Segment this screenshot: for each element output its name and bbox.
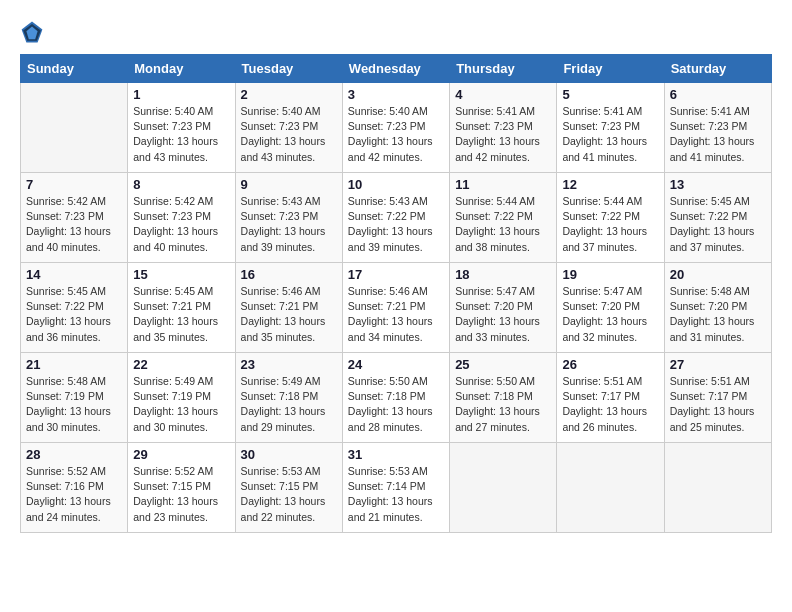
- calendar-cell: 9Sunrise: 5:43 AM Sunset: 7:23 PM Daylig…: [235, 173, 342, 263]
- calendar-week-5: 28Sunrise: 5:52 AM Sunset: 7:16 PM Dayli…: [21, 443, 772, 533]
- calendar-cell: 5Sunrise: 5:41 AM Sunset: 7:23 PM Daylig…: [557, 83, 664, 173]
- day-info: Sunrise: 5:51 AM Sunset: 7:17 PM Dayligh…: [562, 374, 658, 435]
- logo-icon: [20, 20, 44, 44]
- day-number: 7: [26, 177, 122, 192]
- day-number: 6: [670, 87, 766, 102]
- day-number: 20: [670, 267, 766, 282]
- day-number: 9: [241, 177, 337, 192]
- day-number: 8: [133, 177, 229, 192]
- calendar-cell: 18Sunrise: 5:47 AM Sunset: 7:20 PM Dayli…: [450, 263, 557, 353]
- calendar-cell: [557, 443, 664, 533]
- calendar-cell: 22Sunrise: 5:49 AM Sunset: 7:19 PM Dayli…: [128, 353, 235, 443]
- day-info: Sunrise: 5:53 AM Sunset: 7:15 PM Dayligh…: [241, 464, 337, 525]
- day-number: 12: [562, 177, 658, 192]
- calendar-cell: 23Sunrise: 5:49 AM Sunset: 7:18 PM Dayli…: [235, 353, 342, 443]
- day-info: Sunrise: 5:51 AM Sunset: 7:17 PM Dayligh…: [670, 374, 766, 435]
- calendar-cell: 28Sunrise: 5:52 AM Sunset: 7:16 PM Dayli…: [21, 443, 128, 533]
- day-number: 14: [26, 267, 122, 282]
- day-number: 25: [455, 357, 551, 372]
- day-info: Sunrise: 5:46 AM Sunset: 7:21 PM Dayligh…: [241, 284, 337, 345]
- day-number: 29: [133, 447, 229, 462]
- day-number: 26: [562, 357, 658, 372]
- day-number: 28: [26, 447, 122, 462]
- day-number: 5: [562, 87, 658, 102]
- calendar-cell: 24Sunrise: 5:50 AM Sunset: 7:18 PM Dayli…: [342, 353, 449, 443]
- logo: [20, 20, 48, 44]
- calendar-cell: [450, 443, 557, 533]
- day-info: Sunrise: 5:42 AM Sunset: 7:23 PM Dayligh…: [26, 194, 122, 255]
- calendar-cell: 12Sunrise: 5:44 AM Sunset: 7:22 PM Dayli…: [557, 173, 664, 263]
- calendar-cell: 15Sunrise: 5:45 AM Sunset: 7:21 PM Dayli…: [128, 263, 235, 353]
- day-info: Sunrise: 5:42 AM Sunset: 7:23 PM Dayligh…: [133, 194, 229, 255]
- day-info: Sunrise: 5:41 AM Sunset: 7:23 PM Dayligh…: [455, 104, 551, 165]
- day-info: Sunrise: 5:43 AM Sunset: 7:23 PM Dayligh…: [241, 194, 337, 255]
- calendar-cell: 19Sunrise: 5:47 AM Sunset: 7:20 PM Dayli…: [557, 263, 664, 353]
- day-info: Sunrise: 5:53 AM Sunset: 7:14 PM Dayligh…: [348, 464, 444, 525]
- day-number: 16: [241, 267, 337, 282]
- calendar-cell: 21Sunrise: 5:48 AM Sunset: 7:19 PM Dayli…: [21, 353, 128, 443]
- day-number: 24: [348, 357, 444, 372]
- day-number: 10: [348, 177, 444, 192]
- weekday-header-thursday: Thursday: [450, 55, 557, 83]
- calendar-cell: 8Sunrise: 5:42 AM Sunset: 7:23 PM Daylig…: [128, 173, 235, 263]
- day-info: Sunrise: 5:52 AM Sunset: 7:15 PM Dayligh…: [133, 464, 229, 525]
- weekday-header-wednesday: Wednesday: [342, 55, 449, 83]
- day-info: Sunrise: 5:43 AM Sunset: 7:22 PM Dayligh…: [348, 194, 444, 255]
- day-info: Sunrise: 5:50 AM Sunset: 7:18 PM Dayligh…: [455, 374, 551, 435]
- day-info: Sunrise: 5:46 AM Sunset: 7:21 PM Dayligh…: [348, 284, 444, 345]
- day-info: Sunrise: 5:40 AM Sunset: 7:23 PM Dayligh…: [348, 104, 444, 165]
- day-number: 3: [348, 87, 444, 102]
- calendar-cell: 25Sunrise: 5:50 AM Sunset: 7:18 PM Dayli…: [450, 353, 557, 443]
- day-info: Sunrise: 5:45 AM Sunset: 7:21 PM Dayligh…: [133, 284, 229, 345]
- weekday-header-saturday: Saturday: [664, 55, 771, 83]
- day-number: 21: [26, 357, 122, 372]
- calendar-week-1: 1Sunrise: 5:40 AM Sunset: 7:23 PM Daylig…: [21, 83, 772, 173]
- day-info: Sunrise: 5:44 AM Sunset: 7:22 PM Dayligh…: [455, 194, 551, 255]
- day-number: 4: [455, 87, 551, 102]
- page-header: [20, 20, 772, 44]
- day-number: 27: [670, 357, 766, 372]
- day-info: Sunrise: 5:49 AM Sunset: 7:18 PM Dayligh…: [241, 374, 337, 435]
- day-info: Sunrise: 5:45 AM Sunset: 7:22 PM Dayligh…: [670, 194, 766, 255]
- calendar-cell: 20Sunrise: 5:48 AM Sunset: 7:20 PM Dayli…: [664, 263, 771, 353]
- day-number: 1: [133, 87, 229, 102]
- day-info: Sunrise: 5:52 AM Sunset: 7:16 PM Dayligh…: [26, 464, 122, 525]
- day-info: Sunrise: 5:50 AM Sunset: 7:18 PM Dayligh…: [348, 374, 444, 435]
- day-info: Sunrise: 5:49 AM Sunset: 7:19 PM Dayligh…: [133, 374, 229, 435]
- day-number: 23: [241, 357, 337, 372]
- day-info: Sunrise: 5:40 AM Sunset: 7:23 PM Dayligh…: [133, 104, 229, 165]
- day-number: 31: [348, 447, 444, 462]
- day-number: 2: [241, 87, 337, 102]
- weekday-header-monday: Monday: [128, 55, 235, 83]
- day-number: 11: [455, 177, 551, 192]
- day-number: 30: [241, 447, 337, 462]
- calendar-cell: 10Sunrise: 5:43 AM Sunset: 7:22 PM Dayli…: [342, 173, 449, 263]
- weekday-header-sunday: Sunday: [21, 55, 128, 83]
- weekday-header-friday: Friday: [557, 55, 664, 83]
- calendar-cell: 17Sunrise: 5:46 AM Sunset: 7:21 PM Dayli…: [342, 263, 449, 353]
- calendar-cell: 27Sunrise: 5:51 AM Sunset: 7:17 PM Dayli…: [664, 353, 771, 443]
- day-number: 15: [133, 267, 229, 282]
- calendar-cell: 14Sunrise: 5:45 AM Sunset: 7:22 PM Dayli…: [21, 263, 128, 353]
- calendar-cell: 7Sunrise: 5:42 AM Sunset: 7:23 PM Daylig…: [21, 173, 128, 263]
- day-number: 17: [348, 267, 444, 282]
- day-info: Sunrise: 5:44 AM Sunset: 7:22 PM Dayligh…: [562, 194, 658, 255]
- day-info: Sunrise: 5:47 AM Sunset: 7:20 PM Dayligh…: [562, 284, 658, 345]
- calendar-cell: 4Sunrise: 5:41 AM Sunset: 7:23 PM Daylig…: [450, 83, 557, 173]
- calendar-cell: 2Sunrise: 5:40 AM Sunset: 7:23 PM Daylig…: [235, 83, 342, 173]
- calendar-cell: 29Sunrise: 5:52 AM Sunset: 7:15 PM Dayli…: [128, 443, 235, 533]
- calendar-cell: [664, 443, 771, 533]
- day-info: Sunrise: 5:48 AM Sunset: 7:19 PM Dayligh…: [26, 374, 122, 435]
- day-number: 19: [562, 267, 658, 282]
- calendar-week-4: 21Sunrise: 5:48 AM Sunset: 7:19 PM Dayli…: [21, 353, 772, 443]
- calendar-week-2: 7Sunrise: 5:42 AM Sunset: 7:23 PM Daylig…: [21, 173, 772, 263]
- calendar-table: SundayMondayTuesdayWednesdayThursdayFrid…: [20, 54, 772, 533]
- day-number: 13: [670, 177, 766, 192]
- calendar-cell: 3Sunrise: 5:40 AM Sunset: 7:23 PM Daylig…: [342, 83, 449, 173]
- calendar-cell: 26Sunrise: 5:51 AM Sunset: 7:17 PM Dayli…: [557, 353, 664, 443]
- day-info: Sunrise: 5:40 AM Sunset: 7:23 PM Dayligh…: [241, 104, 337, 165]
- calendar-cell: 31Sunrise: 5:53 AM Sunset: 7:14 PM Dayli…: [342, 443, 449, 533]
- calendar-cell: 1Sunrise: 5:40 AM Sunset: 7:23 PM Daylig…: [128, 83, 235, 173]
- weekday-header-row: SundayMondayTuesdayWednesdayThursdayFrid…: [21, 55, 772, 83]
- calendar-cell: [21, 83, 128, 173]
